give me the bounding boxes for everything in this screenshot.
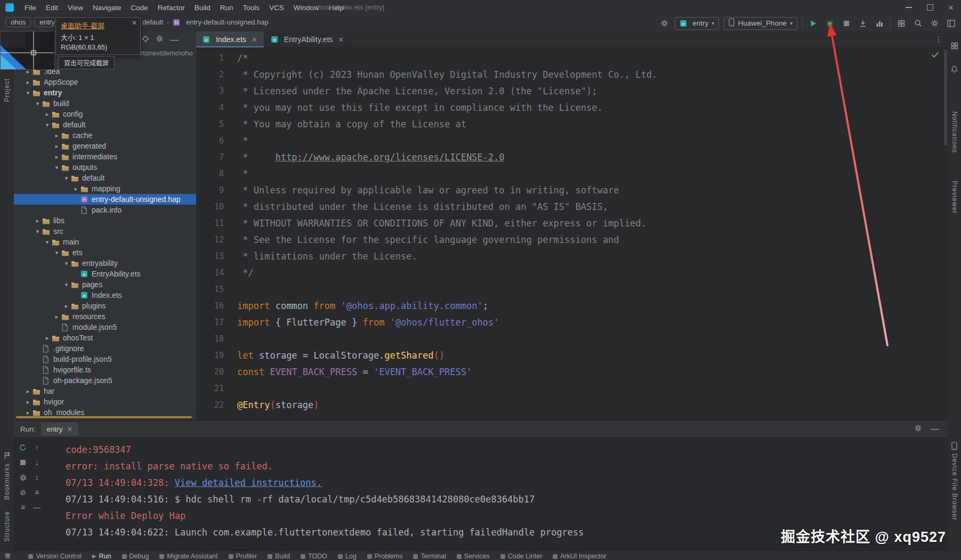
menu-tools[interactable]: Tools bbox=[238, 3, 264, 13]
statusbar-item-terminal[interactable]: Terminal bbox=[413, 553, 446, 560]
tool-window-button-device-file-browser[interactable]: Device File Browser bbox=[951, 453, 958, 521]
chevron-expanded-icon[interactable]: ▾ bbox=[62, 281, 71, 288]
tool-window-switcher-icon[interactable]: ▦ bbox=[5, 553, 10, 558]
tool-window-button-project[interactable]: Project bbox=[3, 78, 11, 102]
tree-item-config[interactable]: ▸config bbox=[14, 109, 196, 119]
code-editor[interactable]: 1/*2 * Copyright (c) 2023 Hunan OpenVall… bbox=[196, 47, 943, 420]
tree-item-default[interactable]: ▾default bbox=[14, 119, 196, 130]
phone-icon[interactable] bbox=[948, 442, 961, 450]
tool-window-button-previewer[interactable]: Previewer bbox=[951, 181, 958, 214]
chevron-expanded-icon[interactable]: ▾ bbox=[43, 121, 52, 128]
chevron-collapsed-icon[interactable]: ▸ bbox=[52, 143, 61, 150]
clear-icon[interactable]: ⊘ bbox=[18, 488, 28, 497]
chevron-collapsed-icon[interactable]: ▸ bbox=[52, 132, 61, 139]
tree-item-entry[interactable]: ▾entry bbox=[14, 87, 196, 98]
device-select[interactable]: Huawei_Phone ▾ bbox=[724, 17, 797, 30]
tree-item-default[interactable]: ▾default bbox=[14, 173, 196, 183]
tab-Index.ets[interactable]: eIndex.ets✕ bbox=[196, 31, 264, 47]
menu-code[interactable]: Code bbox=[126, 3, 152, 13]
chevron-collapsed-icon[interactable]: ▸ bbox=[23, 388, 33, 395]
run-config-gear-icon[interactable] bbox=[658, 18, 670, 29]
tree-item-Index.ets[interactable]: eIndex.ets bbox=[14, 290, 196, 301]
tree-item-ets[interactable]: ▾ets bbox=[14, 247, 196, 258]
attach-debugger-button[interactable] bbox=[857, 18, 869, 29]
statusbar-item-migrate-assistant[interactable]: Migrate Assistant bbox=[159, 553, 217, 560]
search-everywhere-button[interactable] bbox=[912, 18, 924, 29]
tree-item-oh-package.json5[interactable]: oh-package.json5 bbox=[14, 375, 196, 386]
close-icon[interactable]: × bbox=[948, 3, 954, 12]
tree-item-ohosTest[interactable]: ▸ohosTest bbox=[14, 332, 196, 343]
chevron-expanded-icon[interactable]: ▾ bbox=[23, 90, 33, 96]
tabs-more-icon[interactable]: ⋮ bbox=[930, 31, 948, 47]
tree-item-module.json5[interactable]: module.json5 bbox=[14, 322, 196, 332]
menu-run[interactable]: Run bbox=[216, 3, 238, 13]
collapse-icon[interactable]: — bbox=[32, 502, 42, 512]
chevron-expanded-icon[interactable]: ▾ bbox=[52, 164, 61, 171]
bookmark-icon[interactable] bbox=[0, 452, 14, 459]
locate-file-icon[interactable] bbox=[142, 35, 149, 45]
menu-view[interactable]: View bbox=[63, 3, 87, 13]
gear-icon[interactable] bbox=[18, 473, 28, 482]
tool-window-button-structure[interactable]: Structure bbox=[3, 511, 11, 542]
rerun-icon[interactable] bbox=[18, 443, 28, 452]
statusbar-item-log[interactable]: Log bbox=[338, 553, 357, 560]
settings-button[interactable] bbox=[928, 18, 940, 29]
tree-item-mapping[interactable]: ▸mapping bbox=[14, 183, 196, 194]
gear-icon[interactable] bbox=[156, 35, 164, 45]
chevron-expanded-icon[interactable]: ▾ bbox=[33, 228, 42, 235]
statusbar-item-problems[interactable]: Problems bbox=[367, 553, 403, 560]
console-link[interactable]: View detailed instructions. bbox=[175, 477, 322, 488]
horizontal-scrollbar[interactable] bbox=[16, 416, 192, 418]
chevron-collapsed-icon[interactable]: ▸ bbox=[62, 303, 71, 310]
tree-item-EntryAbility.ets[interactable]: eEntryAbility.ets bbox=[14, 269, 196, 279]
statusbar-item-profiler[interactable]: Profiler bbox=[229, 553, 257, 560]
menu-edit[interactable]: Edit bbox=[42, 3, 62, 13]
menu-vcs[interactable]: VCS bbox=[265, 3, 288, 13]
breadcrumb-item[interactable]: default bbox=[142, 18, 163, 26]
tree-item-entry-default-unsigned.hap[interactable]: Hentry-default-unsigned.hap bbox=[14, 194, 196, 205]
chevron-collapsed-icon[interactable]: ▸ bbox=[71, 185, 80, 192]
tree-item-.gitignore[interactable]: .gitignore bbox=[14, 343, 196, 354]
chevron-expanded-icon[interactable]: ▾ bbox=[33, 100, 42, 107]
chevron-collapsed-icon[interactable]: ▸ bbox=[23, 409, 33, 416]
tree-item-plugins[interactable]: ▸plugins bbox=[14, 301, 196, 311]
maximize-icon[interactable] bbox=[927, 4, 933, 11]
tree-item-hvigor[interactable]: ▸hvigor bbox=[14, 396, 196, 407]
menu-refactor[interactable]: Refactor bbox=[154, 3, 189, 13]
list-icon[interactable]: ≡ bbox=[32, 488, 42, 497]
statusbar-item-version-control[interactable]: Version Control bbox=[28, 553, 81, 560]
close-icon[interactable]: ✕ bbox=[67, 425, 73, 433]
profiler-button[interactable] bbox=[874, 18, 885, 29]
tree-item-cache[interactable]: ▸cache bbox=[14, 130, 196, 141]
minimize-panel-icon[interactable]: — bbox=[931, 424, 939, 434]
gear-icon[interactable] bbox=[914, 424, 922, 434]
chevron-collapsed-icon[interactable]: ▸ bbox=[43, 111, 52, 118]
statusbar-item-services[interactable]: Services bbox=[457, 553, 490, 560]
up-icon[interactable]: ↑ bbox=[32, 443, 42, 452]
down-icon[interactable]: ↓ bbox=[32, 458, 42, 467]
tree-item-main[interactable]: ▾main bbox=[14, 237, 196, 247]
tree-item-intermediates[interactable]: ▸intermediates bbox=[14, 151, 196, 162]
tree-item-outputs[interactable]: ▾outputs bbox=[14, 162, 196, 173]
close-icon[interactable]: ✕ bbox=[252, 36, 257, 44]
chevron-collapsed-icon[interactable]: ▸ bbox=[43, 335, 52, 342]
statusbar-item-arkui-inspector[interactable]: ArkUI Inspector bbox=[553, 553, 606, 560]
hide-panel-icon[interactable]: — bbox=[170, 35, 179, 45]
chevron-expanded-icon[interactable]: ▾ bbox=[43, 239, 52, 246]
statusbar-item-debug[interactable]: Debug bbox=[122, 553, 149, 560]
tree-item-AppScope[interactable]: ▸AppScope bbox=[14, 77, 196, 87]
menu-file[interactable]: File bbox=[20, 3, 41, 13]
expand-icon[interactable]: ↕ bbox=[32, 473, 42, 482]
chevron-collapsed-icon[interactable]: ▸ bbox=[52, 313, 61, 320]
chevron-collapsed-icon[interactable]: ▸ bbox=[23, 79, 33, 86]
assistant-icon[interactable] bbox=[948, 42, 961, 50]
close-icon[interactable]: ✕ bbox=[338, 36, 344, 44]
close-icon[interactable]: ✕ bbox=[132, 20, 137, 26]
stop-button[interactable] bbox=[841, 18, 852, 29]
tree-item-pack.info[interactable]: pack.info bbox=[14, 205, 196, 215]
chevron-collapsed-icon[interactable]: ▸ bbox=[23, 399, 33, 405]
chevron-collapsed-icon[interactable]: ▸ bbox=[33, 217, 42, 224]
statusbar-item-build[interactable]: Build bbox=[268, 553, 290, 560]
tree-item-src[interactable]: ▾src bbox=[14, 226, 196, 237]
editor-scrollbar[interactable] bbox=[944, 50, 947, 145]
